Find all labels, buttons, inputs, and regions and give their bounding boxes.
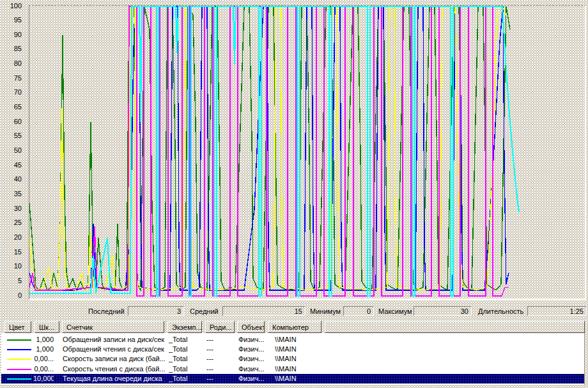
column-header-parent[interactable]: Роди... bbox=[205, 321, 235, 333]
chart-plot-area bbox=[29, 5, 586, 300]
counter-name: Обращений записи на диск/сек bbox=[63, 335, 167, 345]
stat-value-maximum: 30 bbox=[414, 306, 472, 316]
legend-row[interactable]: 1,000 Обращений записи на диск/сек _Tota… bbox=[1, 335, 584, 345]
counter-object: Физич... bbox=[238, 354, 269, 364]
legend-row[interactable]: 0,00... Скорость записи на диск (бай... … bbox=[1, 354, 584, 364]
counter-color-swatch bbox=[7, 378, 31, 380]
counter-object: Физич... bbox=[238, 364, 269, 374]
y-axis-label: 10 bbox=[0, 262, 22, 270]
y-axis-label: 80 bbox=[0, 59, 22, 68]
counter-color-swatch bbox=[7, 339, 31, 341]
y-axis-label: 50 bbox=[0, 146, 22, 155]
y-axis-label: 40 bbox=[0, 175, 22, 183]
y-axis-label: 85 bbox=[0, 45, 22, 53]
stat-label-duration: Длительность bbox=[478, 307, 523, 316]
column-header-filler bbox=[325, 321, 585, 333]
performance-monitor-window: 1009590858075706560555045403530252015105… bbox=[0, 0, 588, 388]
counter-object: Физич... bbox=[238, 374, 269, 384]
y-axis-label: 55 bbox=[0, 132, 22, 140]
counter-parent: --- bbox=[206, 354, 236, 364]
legend-row[interactable]: 1,000 Обращений чтения с диска/сек _Tota… bbox=[1, 345, 584, 354]
stat-value-minimum: 0 bbox=[343, 306, 374, 316]
stat-label-maximum: Максимум bbox=[378, 307, 412, 316]
stat-value-duration: 1:25 bbox=[527, 306, 587, 316]
counter-color-swatch bbox=[7, 359, 31, 360]
counter-color-swatch bbox=[7, 369, 31, 370]
counter-instance: _Total bbox=[169, 374, 205, 384]
column-header-color[interactable]: Цвет bbox=[4, 321, 31, 333]
y-axis-label: 100 bbox=[0, 2, 22, 10]
stat-label-last: Последний bbox=[88, 307, 125, 316]
y-axis-label: 20 bbox=[0, 233, 22, 242]
counter-scale: 10,000 bbox=[33, 374, 54, 384]
counter-color-cell bbox=[7, 335, 33, 345]
series-line bbox=[29, 6, 510, 290]
legend-rows: 1,000 Обращений записи на диск/сек _Tota… bbox=[1, 333, 585, 385]
column-header-scale[interactable]: Шк... bbox=[35, 321, 59, 333]
counter-color-cell bbox=[7, 374, 33, 384]
counter-color-cell bbox=[7, 345, 33, 354]
counter-instance: _Total bbox=[169, 345, 205, 354]
legend-header: ЦветШк...СчетчикЭкземп...Роди...ОбъектКо… bbox=[0, 321, 588, 333]
counter-name: Скорость чтения с диска (бай... bbox=[63, 364, 167, 374]
counter-scale: 1,000 bbox=[33, 345, 54, 354]
counter-computer: \\MAIN bbox=[275, 354, 352, 364]
counter-computer: \\MAIN bbox=[275, 374, 352, 384]
counter-instance: _Total bbox=[169, 354, 205, 364]
y-axis-label: 70 bbox=[0, 88, 22, 97]
counter-instance: _Total bbox=[169, 335, 205, 345]
counter-scale: 0,00... bbox=[33, 354, 54, 364]
counter-object: Физич... bbox=[238, 345, 269, 354]
y-axis-label: 25 bbox=[0, 219, 22, 227]
column-header-object[interactable]: Объект bbox=[237, 321, 265, 333]
counter-name: Обращений чтения с диска/сек bbox=[63, 345, 167, 354]
counter-instance: _Total bbox=[169, 364, 205, 374]
counter-color-swatch bbox=[7, 349, 31, 350]
stat-label-average: Средний bbox=[190, 307, 219, 316]
y-axis-label: 15 bbox=[0, 248, 22, 256]
y-axis-label: 90 bbox=[0, 31, 22, 39]
counter-name: Текущая длина очереди диска bbox=[63, 374, 167, 384]
stat-value-average: 15 bbox=[222, 306, 306, 316]
counter-parent: --- bbox=[206, 345, 236, 354]
counter-object: Физич... bbox=[238, 335, 269, 345]
counter-computer: \\MAIN bbox=[275, 345, 352, 354]
stat-label-minimum: Минимум bbox=[310, 307, 341, 316]
y-axis-label: 35 bbox=[0, 190, 22, 198]
y-axis-label: 65 bbox=[0, 103, 22, 111]
y-axis-label: 30 bbox=[0, 205, 22, 213]
column-header-instance[interactable]: Экземп... bbox=[167, 321, 202, 333]
counter-parent: --- bbox=[206, 364, 236, 374]
counter-parent: --- bbox=[206, 374, 236, 384]
chart-svg bbox=[29, 6, 585, 299]
counter-name: Скорость записи на диск (бай... bbox=[63, 354, 167, 364]
y-axis-label: 75 bbox=[0, 74, 22, 82]
legend-row[interactable]: 10,000 Текущая длина очереди диска _Tota… bbox=[1, 374, 584, 384]
legend-row[interactable]: 0,00... Скорость чтения с диска (бай... … bbox=[1, 364, 584, 374]
counter-scale: 0,00... bbox=[33, 364, 54, 374]
counter-color-cell bbox=[7, 354, 33, 364]
y-axis-label: 45 bbox=[0, 161, 22, 169]
counter-color-cell bbox=[7, 364, 33, 374]
counter-computer: \\MAIN bbox=[275, 364, 352, 374]
stat-value-last: 3 bbox=[128, 306, 184, 316]
y-axis: 1009590858075706560555045403530252015105… bbox=[0, 0, 26, 302]
y-axis-label: 0 bbox=[0, 291, 22, 300]
y-axis-label: 5 bbox=[0, 277, 22, 285]
value-bar: Последний 3 Средний 15 Минимум 0 Максиму… bbox=[0, 306, 588, 317]
y-axis-label: 95 bbox=[0, 16, 22, 24]
column-header-computer[interactable]: Компьютер bbox=[268, 321, 321, 333]
y-axis-label: 60 bbox=[0, 118, 22, 126]
counter-scale: 1,000 bbox=[33, 335, 54, 345]
counter-parent: --- bbox=[206, 335, 236, 345]
counter-computer: \\MAIN bbox=[275, 335, 352, 345]
column-header-counter[interactable]: Счетчик bbox=[62, 321, 164, 333]
